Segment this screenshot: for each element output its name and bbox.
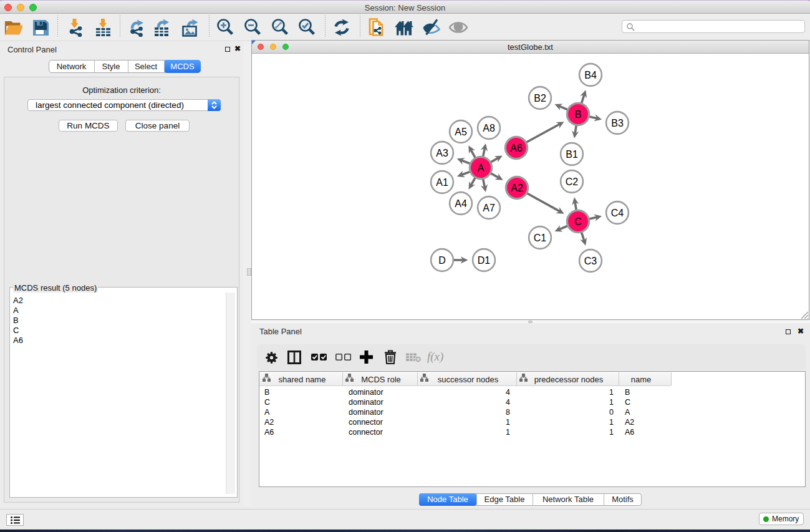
- svg-text:A8: A8: [483, 123, 495, 133]
- svg-text:B2: B2: [534, 93, 546, 104]
- svg-text:D1: D1: [478, 255, 491, 266]
- svg-text:B1: B1: [566, 149, 578, 160]
- svg-text:A3: A3: [436, 148, 448, 158]
- svg-text:A6: A6: [510, 143, 523, 153]
- svg-text:C: C: [574, 216, 582, 227]
- svg-text:A2: A2: [511, 183, 523, 193]
- svg-text:B: B: [575, 109, 582, 120]
- svg-text:B4: B4: [584, 70, 597, 80]
- svg-text:D: D: [438, 255, 446, 266]
- svg-text:C1: C1: [534, 233, 547, 243]
- svg-text:A7: A7: [483, 203, 495, 213]
- svg-text:A4: A4: [455, 198, 467, 209]
- svg-text:A: A: [478, 163, 485, 173]
- svg-text:C4: C4: [611, 208, 624, 218]
- svg-text:C2: C2: [566, 177, 579, 187]
- svg-text:A5: A5: [455, 127, 467, 137]
- svg-text:C3: C3: [584, 256, 597, 266]
- svg-text:A1: A1: [436, 177, 448, 188]
- svg-text:B3: B3: [611, 118, 624, 128]
